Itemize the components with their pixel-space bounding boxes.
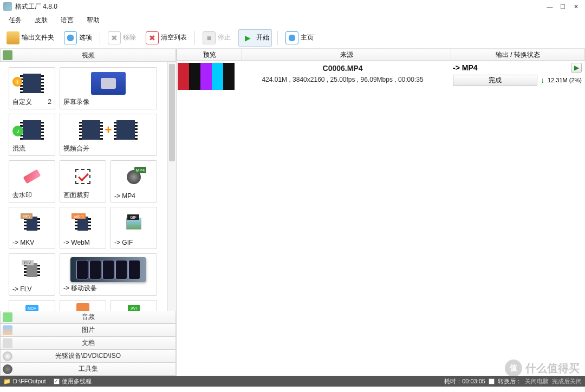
size-reduced-icon: ↓ — [541, 76, 544, 84]
task-thumbnail — [178, 63, 235, 90]
after-convert-label: 转换后： — [498, 377, 522, 386]
app-title: 格式工厂 4.8.0 — [15, 2, 57, 11]
tile-to-flv[interactable]: FLV -> FLV — [9, 253, 55, 296]
statusbar: 📁 D:\FFOutput ✓ 使用多线程 耗时：00:03:05 转换后： 关… — [0, 376, 585, 387]
output-folder-button[interactable]: 输出文件夹 — [4, 30, 56, 46]
category-disc-label: 光驱设备\DVD\CD\ISO — [55, 351, 121, 361]
tile-mix-label: 混流 — [12, 143, 51, 153]
tile-to-mp4[interactable]: MP4 -> MP4 — [110, 160, 157, 202]
output-folder-label: 输出文件夹 — [22, 33, 54, 42]
category-document-label: 文档 — [82, 338, 95, 348]
tile-to-gif-label: -> GIF — [114, 238, 153, 246]
task-status-button[interactable]: 完成 — [453, 75, 537, 86]
home-label: 主页 — [301, 33, 314, 42]
sidebar-scrollbar[interactable] — [167, 62, 176, 311]
tile-to-webm-label: -> WebM — [63, 238, 102, 246]
minimize-button[interactable]: — — [544, 2, 556, 11]
task-size-pct: 12.31M (2%) — [548, 77, 582, 83]
tile-custom[interactable]: ↓ 自定义 2 — [9, 67, 55, 109]
remove-icon: ✖ — [108, 31, 121, 44]
tile-to-mkv[interactable]: MKV -> MKV — [9, 207, 55, 249]
multithread-checkbox[interactable]: ✓ — [54, 378, 60, 384]
category-audio-header[interactable]: 音频 — [0, 311, 176, 324]
col-preview[interactable]: 预览 — [177, 49, 242, 60]
task-list: 预览 来源 输出 / 转换状态 C0006.MP4 424.01M , 3840… — [177, 49, 585, 376]
multithread-label: 使用多线程 — [62, 377, 92, 386]
tile-to-mp4-label: -> MP4 — [114, 191, 153, 200]
home-button[interactable]: 主页 — [283, 30, 316, 46]
col-output[interactable]: 输出 / 转换状态 — [451, 49, 584, 60]
close-button[interactable]: ✕ — [570, 2, 582, 11]
picture-category-icon — [3, 325, 12, 335]
tile-to-webm[interactable]: webm -> WebM — [60, 207, 106, 249]
category-tools-label: 工具集 — [79, 364, 98, 374]
options-button[interactable]: 选项 — [62, 30, 94, 46]
tile-dewatermark[interactable]: 去水印 — [9, 160, 55, 202]
tile-to-mobile[interactable]: -> 移动设备 — [60, 253, 157, 296]
options-label: 选项 — [79, 33, 92, 42]
maximize-button[interactable]: ☐ — [557, 2, 569, 11]
tile-crop-label: 画面裁剪 — [63, 190, 102, 200]
tile-to-flv-label: -> FLV — [12, 284, 51, 293]
toolbar: 输出文件夹 选项 ✖ 移除 ✖ 清空列表 ■ 停止 ▶ 开始 主页 — [0, 27, 585, 49]
folder-icon-small: 📁 — [3, 378, 11, 385]
tile-to-gif[interactable]: GIF -> GIF — [110, 207, 157, 249]
titlebar: 格式工厂 4.8.0 — ☐ ✕ — [0, 0, 585, 13]
options-icon — [64, 31, 77, 44]
app-icon — [3, 2, 12, 11]
task-play-button[interactable]: ▶ — [571, 63, 582, 73]
category-disc-header[interactable]: 光驱设备\DVD\CD\ISO — [0, 350, 176, 363]
tile-custom-badge: 2 — [48, 98, 51, 106]
video-tools-grid: ↓ 自定义 2 屏幕录像 ♪ 混流 + 视频合并 去水印 — [0, 62, 176, 311]
tile-merge[interactable]: + 视频合并 — [60, 114, 157, 156]
document-category-icon — [3, 338, 12, 348]
stop-label: 停止 — [218, 33, 231, 42]
after-convert-action: 关闭电脑 — [525, 377, 549, 386]
category-document-header[interactable]: 文档 — [0, 337, 176, 350]
category-picture-header[interactable]: 图片 — [0, 324, 176, 337]
category-tools-header[interactable]: 工具集 — [0, 363, 176, 376]
col-source[interactable]: 来源 — [242, 49, 451, 60]
menu-skin[interactable]: 皮肤 — [29, 14, 53, 27]
site-watermark: 值 什么值得买 — [505, 360, 580, 377]
folder-icon — [6, 31, 20, 44]
task-row[interactable]: C0006.MP4 424.01M , 3840x2160 , 25.00fps… — [177, 61, 585, 92]
menubar: 任务 皮肤 语言 帮助 — [0, 13, 585, 27]
home-icon — [285, 31, 298, 44]
remove-label: 移除 — [123, 33, 136, 42]
task-file-info: 424.01M , 3840x2160 , 25.00fps , 96.09Mb… — [235, 76, 451, 83]
stop-button[interactable]: ■ 停止 — [200, 30, 233, 46]
start-label: 开始 — [256, 33, 269, 42]
category-video-header[interactable]: 视频 — [0, 49, 176, 62]
tile-to-mov[interactable]: MOV — [9, 300, 55, 311]
stop-icon: ■ — [203, 31, 216, 44]
category-audio-label: 音频 — [82, 312, 95, 322]
task-output-format: -> MP4 — [453, 63, 568, 72]
after-convert-checkbox[interactable] — [489, 378, 495, 384]
menu-help[interactable]: 帮助 — [81, 14, 105, 27]
menu-task[interactable]: 任务 — [3, 14, 27, 27]
clear-list-button[interactable]: ✖ 清空列表 — [144, 30, 189, 46]
tile-to-mkv-label: -> MKV — [12, 238, 51, 246]
tile-to-avi[interactable]: AVI — [110, 300, 157, 311]
start-button[interactable]: ▶ 开始 — [238, 29, 272, 47]
tile-merge-label: 视频合并 — [63, 143, 153, 153]
sidebar: 视频 ↓ 自定义 2 屏幕录像 ♪ 混流 + 视频合并 — [0, 49, 177, 376]
tile-partial-2[interactable] — [60, 300, 106, 311]
category-picture-label: 图片 — [82, 325, 95, 335]
watermark-text: 什么值得买 — [525, 361, 580, 376]
task-status-text: 完成 — [489, 76, 502, 85]
tile-crop[interactable]: 画面裁剪 — [60, 160, 106, 202]
output-path[interactable]: D:\FFOutput — [13, 378, 46, 384]
tile-mix[interactable]: ♪ 混流 — [9, 114, 55, 156]
tile-screen-record[interactable]: 屏幕录像 — [60, 67, 157, 109]
done-exit: 完成后关闭 — [552, 377, 582, 386]
play-icon: ▶ — [241, 31, 254, 44]
disc-category-icon — [3, 351, 12, 361]
tile-custom-label: 自定义 — [12, 96, 32, 107]
menu-language[interactable]: 语言 — [55, 14, 79, 27]
tools-category-icon — [3, 364, 12, 374]
category-video-label: 视频 — [82, 51, 95, 60]
tile-to-mobile-label: -> 移动设备 — [63, 283, 153, 293]
remove-button[interactable]: ✖ 移除 — [106, 30, 138, 46]
